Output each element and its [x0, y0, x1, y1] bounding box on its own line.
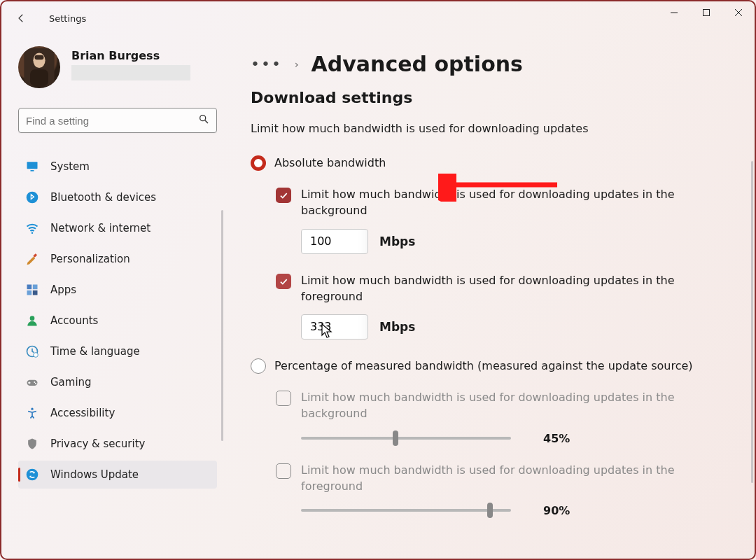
svg-rect-11: [31, 170, 34, 172]
pct-bg-slider[interactable]: [301, 437, 511, 440]
sidebar-item-label: Bluetooth & devices: [50, 191, 156, 204]
svg-line-9: [205, 120, 208, 123]
sidebar-item-label: Accessibility: [50, 407, 115, 419]
sidebar-item-label: Windows Update: [50, 468, 139, 481]
checkbox-label-pct-fg: Limit how much bandwidth is used for dow…: [301, 462, 721, 494]
app-title: Settings: [49, 13, 86, 24]
section-heading: Download settings: [251, 89, 721, 106]
page-title: Advanced options: [312, 52, 523, 76]
bg-value-row: 100 Mbps: [301, 229, 721, 254]
fg-bandwidth-input[interactable]: 333: [301, 314, 368, 340]
svg-rect-16: [33, 285, 38, 290]
chevron-right-icon: ›: [295, 59, 299, 70]
user-name: Brian Burgess: [71, 49, 190, 62]
back-button[interactable]: [7, 4, 35, 32]
breadcrumb-more-icon[interactable]: •••: [251, 55, 282, 73]
slider-thumb[interactable]: [393, 430, 398, 446]
search-icon: [198, 113, 209, 127]
titlebar: Settings: [1, 1, 755, 35]
radio-label-absolute: Absolute bandwidth: [274, 155, 386, 171]
sidebar-item-accessibility[interactable]: Accessibility: [18, 399, 217, 427]
checkbox-pct-bg[interactable]: Limit how much bandwidth is used for dow…: [276, 389, 721, 421]
maximize-button[interactable]: [690, 1, 722, 24]
svg-rect-14: [33, 253, 37, 258]
checkbox-fg-limit[interactable]: Limit how much bandwidth is used for dow…: [276, 272, 721, 304]
monitor-icon: [25, 160, 39, 174]
checkbox-label-bg: Limit how much bandwidth is used for dow…: [301, 186, 721, 218]
close-button[interactable]: [722, 1, 755, 24]
radio-icon: [251, 155, 266, 171]
svg-point-8: [200, 115, 206, 121]
sidebar-item-windows-update[interactable]: Windows Update: [18, 461, 217, 489]
clock-icon: [25, 344, 39, 358]
apps-icon: [25, 283, 39, 297]
sidebar-item-label: Gaming: [50, 376, 92, 388]
sidebar-item-label: Time & language: [50, 345, 140, 358]
checkbox-pct-fg[interactable]: Limit how much bandwidth is used for dow…: [276, 462, 721, 494]
wifi-icon: [25, 221, 39, 235]
minimize-icon: [670, 8, 678, 17]
svg-point-26: [27, 469, 38, 481]
section-subheading: Limit how much bandwidth is used for dow…: [251, 122, 721, 135]
svg-rect-17: [27, 290, 32, 295]
sidebar-scrollbar[interactable]: [221, 210, 223, 441]
shield-icon: [25, 437, 39, 451]
arrow-left-icon: [15, 12, 27, 24]
radio-icon: [251, 358, 266, 374]
content: ••• › Advanced options Download settings…: [225, 35, 755, 559]
sidebar-item-privacy[interactable]: Privacy & security: [18, 430, 217, 458]
checkbox-bg-limit[interactable]: Limit how much bandwidth is used for dow…: [276, 186, 721, 218]
pct-fg-value: 90%: [543, 504, 570, 517]
sidebar-item-label: Personalization: [50, 253, 130, 265]
sidebar-item-personalization[interactable]: Personalization: [18, 245, 217, 273]
user-block: Brian Burgess: [18, 46, 217, 88]
sidebar-item-bluetooth[interactable]: Bluetooth & devices: [18, 183, 217, 211]
pct-fg-slider-row: 90%: [301, 504, 721, 517]
sidebar-item-network[interactable]: Network & internet: [18, 214, 217, 242]
svg-point-19: [30, 316, 35, 321]
checkbox-icon: [276, 391, 291, 406]
sidebar-item-gaming[interactable]: Gaming: [18, 368, 217, 396]
minimize-button[interactable]: [658, 1, 690, 24]
sidebar: Brian Burgess SystemBluetooth & devicesN…: [1, 35, 225, 559]
svg-point-13: [31, 232, 34, 234]
nav-list: SystemBluetooth & devicesNetwork & inter…: [18, 153, 217, 489]
sidebar-item-label: Apps: [50, 284, 76, 296]
sidebar-item-label: Network & internet: [50, 222, 150, 234]
radio-absolute-bandwidth[interactable]: Absolute bandwidth: [251, 155, 721, 171]
search-input[interactable]: [26, 115, 198, 127]
user-subtitle-placeholder: [71, 65, 190, 80]
svg-rect-7: [35, 55, 44, 59]
sidebar-item-apps[interactable]: Apps: [18, 276, 217, 304]
avatar-image: [24, 48, 55, 86]
accessibility-icon: [25, 406, 39, 420]
svg-point-24: [35, 383, 36, 384]
avatar[interactable]: [18, 46, 60, 88]
checkbox-label-fg: Limit how much bandwidth is used for dow…: [301, 272, 721, 304]
person-icon: [25, 314, 39, 328]
content-scrollbar[interactable]: [751, 161, 753, 483]
window-controls: [658, 1, 755, 24]
pct-bg-slider-row: 45%: [301, 432, 721, 445]
sidebar-item-time[interactable]: Time & language: [18, 337, 217, 365]
breadcrumb: ••• › Advanced options: [251, 52, 721, 76]
radio-percentage-bandwidth[interactable]: Percentage of measured bandwidth (measur…: [251, 358, 721, 374]
sidebar-item-accounts[interactable]: Accounts: [18, 307, 217, 335]
svg-rect-6: [30, 69, 48, 86]
refresh-icon: [25, 468, 39, 482]
svg-point-23: [34, 382, 35, 383]
fg-value-row: 333 Mbps: [301, 314, 721, 340]
pct-fg-slider[interactable]: [301, 509, 511, 512]
sidebar-item-system[interactable]: System: [18, 153, 217, 181]
checkbox-label-pct-bg: Limit how much bandwidth is used for dow…: [301, 389, 721, 421]
checkbox-icon: [276, 463, 291, 479]
checkbox-icon: [276, 188, 291, 203]
maximize-icon: [702, 8, 710, 17]
search-box[interactable]: [18, 108, 217, 133]
checkbox-icon: [276, 274, 291, 289]
fg-unit: Mbps: [379, 320, 415, 334]
bg-bandwidth-input[interactable]: 100: [301, 229, 368, 254]
svg-rect-18: [33, 290, 38, 295]
svg-rect-10: [27, 162, 38, 169]
slider-thumb[interactable]: [487, 503, 493, 518]
